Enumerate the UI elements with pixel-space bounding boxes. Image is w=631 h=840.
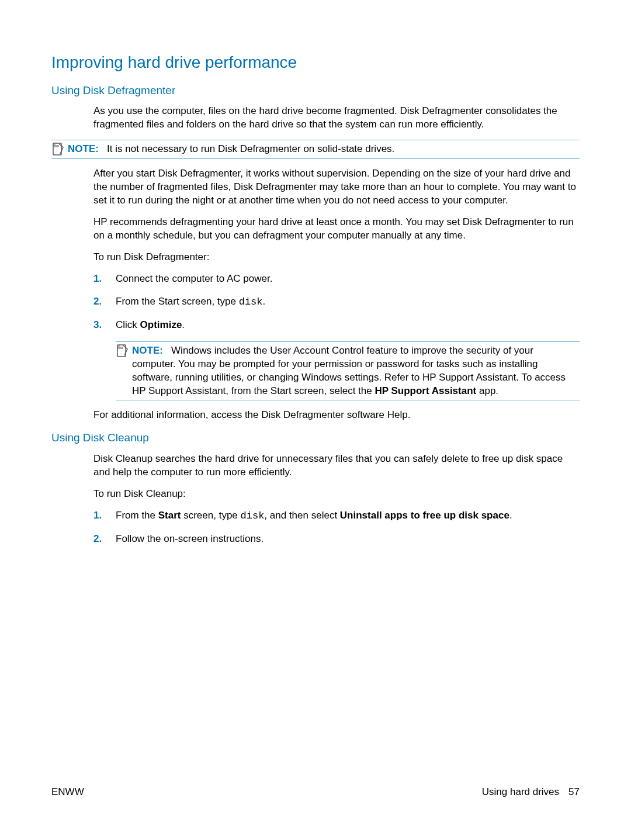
para-s2-intro: Disk Cleanup searches the hard drive for… — [93, 452, 580, 479]
para-s1-to-run: To run Disk Defragmenter: — [93, 251, 580, 264]
step-1-b2: Uninstall apps to free up disk space — [340, 510, 509, 521]
step-2-text: Follow the on-screen instructions. — [116, 533, 264, 544]
note-label: NOTE: — [132, 345, 163, 356]
note-icon — [116, 344, 129, 361]
document-page: Improving hard drive performance Using D… — [0, 0, 631, 840]
note-icon — [51, 143, 64, 160]
note-uac-bold: HP Support Assistant — [375, 385, 476, 396]
page-footer: ENWW Using hard drives57 — [51, 786, 580, 799]
para-s1-intro: As you use the computer, files on the ha… — [93, 105, 580, 132]
footer-section-title: Using hard drives — [482, 786, 559, 797]
step-1-mid1: screen, type — [181, 510, 240, 521]
svg-point-2 — [54, 144, 56, 146]
steps-defragmenter: Connect the computer to AC power. From t… — [93, 272, 580, 332]
step-2-pre: From the Start screen, type — [116, 296, 239, 307]
step-1-pre: From the — [116, 510, 158, 521]
note-text: It is not necessary to run Disk Defragme… — [107, 143, 394, 154]
footer-left: ENWW — [51, 786, 84, 799]
step-2-post: . — [263, 296, 266, 307]
heading-using-disk-cleanup: Using Disk Cleanup — [51, 430, 580, 445]
step-1-text: Connect the computer to AC power. — [116, 273, 272, 284]
steps-cleanup: From the Start screen, type disk, and th… — [93, 509, 580, 546]
note-ssd: NOTE: It is not necessary to run Disk De… — [51, 140, 580, 159]
page-number: 57 — [568, 786, 580, 797]
step-1-b1: Start — [158, 510, 181, 521]
note-uac: NOTE: Windows includes the User Account … — [116, 341, 580, 401]
step-1-mid2: , and then select — [264, 510, 339, 521]
step-3-post: . — [182, 319, 185, 330]
note-label: NOTE: — [68, 143, 99, 154]
step-1: Connect the computer to AC power. — [93, 272, 580, 286]
step-1: From the Start screen, type disk, and th… — [93, 509, 580, 523]
note-uac-post: app. — [476, 385, 498, 396]
step-2: From the Start screen, type disk. — [93, 295, 580, 309]
note-uac-pre: Windows includes the User Account Contro… — [132, 345, 566, 396]
para-s1-after-start: After you start Disk Defragmenter, it wo… — [93, 167, 580, 208]
footer-right: Using hard drives57 — [482, 786, 580, 799]
heading-using-disk-defragmenter: Using Disk Defragmenter — [51, 83, 580, 98]
step-1-post: . — [509, 510, 512, 521]
svg-point-5 — [119, 345, 120, 347]
step-3-bold: Optimize — [140, 319, 182, 330]
step-3: Click Optimize. — [93, 319, 580, 332]
step-3-pre: Click — [116, 319, 140, 330]
svg-point-1 — [53, 144, 54, 146]
para-s1-additional-info: For additional information, access the D… — [93, 409, 580, 422]
step-1-mono: disk — [241, 510, 265, 521]
svg-point-4 — [117, 345, 119, 347]
para-s1-hp-recommends: HP recommends defragmenting your hard dr… — [93, 216, 580, 243]
step-2-mono: disk — [239, 296, 263, 307]
para-s2-to-run: To run Disk Cleanup: — [93, 488, 580, 501]
step-2: Follow the on-screen instructions. — [93, 533, 580, 546]
heading-improving-hard-drive-performance: Improving hard drive performance — [51, 51, 580, 74]
